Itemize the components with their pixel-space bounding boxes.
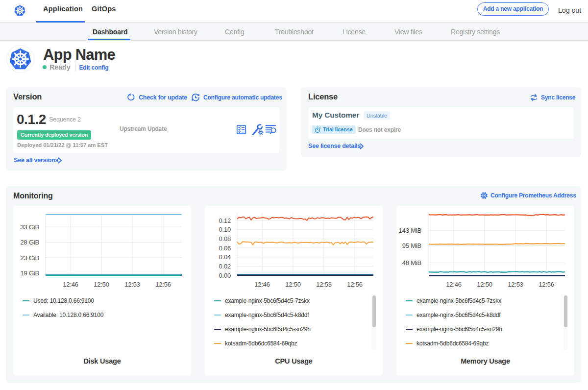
svg-text:12:56: 12:56 [155,281,171,288]
svg-text:12:46: 12:46 [63,281,78,288]
svg-text:0.06: 0.06 [219,244,231,252]
svg-text:12:53: 12:53 [316,281,332,288]
svg-text:0.04: 0.04 [219,253,231,261]
svg-text:48 MiB: 48 MiB [402,259,421,267]
svg-text:12:46: 12:46 [446,281,462,288]
svg-text:12:56: 12:56 [347,281,363,288]
svg-text:23 GiB: 23 GiB [20,254,39,262]
svg-text:0.12: 0.12 [219,217,231,224]
svg-text:12:50: 12:50 [94,281,109,288]
svg-text:19 GiB: 19 GiB [20,269,39,277]
svg-text:0.00: 0.00 [219,272,231,279]
svg-text:0.02: 0.02 [219,263,231,270]
svg-text:0.08: 0.08 [219,235,231,243]
svg-text:12:53: 12:53 [124,281,140,288]
svg-text:12:53: 12:53 [508,281,523,288]
svg-text:12:56: 12:56 [539,281,554,288]
svg-text:0.10: 0.10 [219,226,231,233]
svg-text:33 GiB: 33 GiB [20,223,39,231]
svg-text:95 MiB: 95 MiB [402,242,421,249]
svg-text:143 MiB: 143 MiB [399,227,421,234]
svg-text:12:46: 12:46 [254,281,270,288]
svg-text:28 GiB: 28 GiB [20,239,39,246]
svg-text:12:50: 12:50 [477,281,492,288]
svg-text:12:50: 12:50 [285,281,301,288]
